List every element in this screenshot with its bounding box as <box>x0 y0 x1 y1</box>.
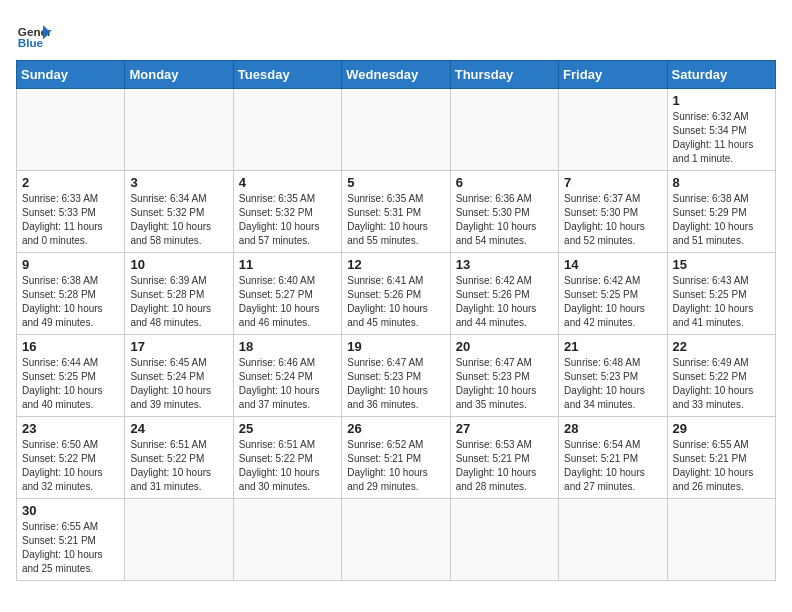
day-info: Sunrise: 6:45 AM Sunset: 5:24 PM Dayligh… <box>130 356 227 412</box>
calendar-week-row: 30Sunrise: 6:55 AM Sunset: 5:21 PM Dayli… <box>17 499 776 581</box>
calendar-cell: 25Sunrise: 6:51 AM Sunset: 5:22 PM Dayli… <box>233 417 341 499</box>
day-info: Sunrise: 6:37 AM Sunset: 5:30 PM Dayligh… <box>564 192 661 248</box>
day-number: 19 <box>347 339 444 354</box>
day-number: 16 <box>22 339 119 354</box>
day-info: Sunrise: 6:33 AM Sunset: 5:33 PM Dayligh… <box>22 192 119 248</box>
day-number: 12 <box>347 257 444 272</box>
weekday-header-wednesday: Wednesday <box>342 61 450 89</box>
calendar-cell <box>233 89 341 171</box>
weekday-header-monday: Monday <box>125 61 233 89</box>
header: General Blue <box>16 16 776 52</box>
calendar-cell <box>17 89 125 171</box>
day-info: Sunrise: 6:51 AM Sunset: 5:22 PM Dayligh… <box>130 438 227 494</box>
day-number: 25 <box>239 421 336 436</box>
calendar-cell: 4Sunrise: 6:35 AM Sunset: 5:32 PM Daylig… <box>233 171 341 253</box>
logo-icon: General Blue <box>16 16 52 52</box>
calendar-cell: 22Sunrise: 6:49 AM Sunset: 5:22 PM Dayli… <box>667 335 775 417</box>
calendar-cell <box>559 499 667 581</box>
day-number: 17 <box>130 339 227 354</box>
day-number: 27 <box>456 421 553 436</box>
day-number: 13 <box>456 257 553 272</box>
day-info: Sunrise: 6:42 AM Sunset: 5:26 PM Dayligh… <box>456 274 553 330</box>
calendar-cell: 13Sunrise: 6:42 AM Sunset: 5:26 PM Dayli… <box>450 253 558 335</box>
day-number: 3 <box>130 175 227 190</box>
calendar-cell: 21Sunrise: 6:48 AM Sunset: 5:23 PM Dayli… <box>559 335 667 417</box>
calendar-cell: 24Sunrise: 6:51 AM Sunset: 5:22 PM Dayli… <box>125 417 233 499</box>
calendar-cell: 10Sunrise: 6:39 AM Sunset: 5:28 PM Dayli… <box>125 253 233 335</box>
calendar-cell: 16Sunrise: 6:44 AM Sunset: 5:25 PM Dayli… <box>17 335 125 417</box>
day-number: 4 <box>239 175 336 190</box>
calendar-cell: 19Sunrise: 6:47 AM Sunset: 5:23 PM Dayli… <box>342 335 450 417</box>
day-info: Sunrise: 6:46 AM Sunset: 5:24 PM Dayligh… <box>239 356 336 412</box>
day-number: 24 <box>130 421 227 436</box>
day-info: Sunrise: 6:48 AM Sunset: 5:23 PM Dayligh… <box>564 356 661 412</box>
calendar-cell: 17Sunrise: 6:45 AM Sunset: 5:24 PM Dayli… <box>125 335 233 417</box>
day-info: Sunrise: 6:41 AM Sunset: 5:26 PM Dayligh… <box>347 274 444 330</box>
day-info: Sunrise: 6:40 AM Sunset: 5:27 PM Dayligh… <box>239 274 336 330</box>
calendar-week-row: 2Sunrise: 6:33 AM Sunset: 5:33 PM Daylig… <box>17 171 776 253</box>
day-number: 26 <box>347 421 444 436</box>
weekday-header-row: SundayMondayTuesdayWednesdayThursdayFrid… <box>17 61 776 89</box>
day-number: 18 <box>239 339 336 354</box>
day-info: Sunrise: 6:43 AM Sunset: 5:25 PM Dayligh… <box>673 274 770 330</box>
calendar-cell: 14Sunrise: 6:42 AM Sunset: 5:25 PM Dayli… <box>559 253 667 335</box>
calendar-cell: 7Sunrise: 6:37 AM Sunset: 5:30 PM Daylig… <box>559 171 667 253</box>
calendar-week-row: 23Sunrise: 6:50 AM Sunset: 5:22 PM Dayli… <box>17 417 776 499</box>
calendar-cell <box>342 499 450 581</box>
day-info: Sunrise: 6:51 AM Sunset: 5:22 PM Dayligh… <box>239 438 336 494</box>
day-info: Sunrise: 6:47 AM Sunset: 5:23 PM Dayligh… <box>456 356 553 412</box>
day-number: 14 <box>564 257 661 272</box>
day-number: 30 <box>22 503 119 518</box>
calendar-cell: 18Sunrise: 6:46 AM Sunset: 5:24 PM Dayli… <box>233 335 341 417</box>
svg-text:Blue: Blue <box>18 36 44 49</box>
day-number: 1 <box>673 93 770 108</box>
day-info: Sunrise: 6:53 AM Sunset: 5:21 PM Dayligh… <box>456 438 553 494</box>
day-number: 23 <box>22 421 119 436</box>
day-number: 9 <box>22 257 119 272</box>
day-number: 11 <box>239 257 336 272</box>
day-info: Sunrise: 6:44 AM Sunset: 5:25 PM Dayligh… <box>22 356 119 412</box>
calendar-cell: 6Sunrise: 6:36 AM Sunset: 5:30 PM Daylig… <box>450 171 558 253</box>
calendar-cell: 2Sunrise: 6:33 AM Sunset: 5:33 PM Daylig… <box>17 171 125 253</box>
calendar-cell <box>125 89 233 171</box>
weekday-header-friday: Friday <box>559 61 667 89</box>
day-number: 10 <box>130 257 227 272</box>
calendar-cell: 8Sunrise: 6:38 AM Sunset: 5:29 PM Daylig… <box>667 171 775 253</box>
calendar-week-row: 1Sunrise: 6:32 AM Sunset: 5:34 PM Daylig… <box>17 89 776 171</box>
day-info: Sunrise: 6:35 AM Sunset: 5:31 PM Dayligh… <box>347 192 444 248</box>
calendar-cell: 12Sunrise: 6:41 AM Sunset: 5:26 PM Dayli… <box>342 253 450 335</box>
calendar-cell <box>125 499 233 581</box>
calendar-cell: 30Sunrise: 6:55 AM Sunset: 5:21 PM Dayli… <box>17 499 125 581</box>
weekday-header-saturday: Saturday <box>667 61 775 89</box>
day-number: 21 <box>564 339 661 354</box>
day-info: Sunrise: 6:50 AM Sunset: 5:22 PM Dayligh… <box>22 438 119 494</box>
day-info: Sunrise: 6:54 AM Sunset: 5:21 PM Dayligh… <box>564 438 661 494</box>
calendar-cell <box>667 499 775 581</box>
day-number: 2 <box>22 175 119 190</box>
calendar-cell: 23Sunrise: 6:50 AM Sunset: 5:22 PM Dayli… <box>17 417 125 499</box>
day-info: Sunrise: 6:49 AM Sunset: 5:22 PM Dayligh… <box>673 356 770 412</box>
calendar-week-row: 9Sunrise: 6:38 AM Sunset: 5:28 PM Daylig… <box>17 253 776 335</box>
day-number: 5 <box>347 175 444 190</box>
day-info: Sunrise: 6:38 AM Sunset: 5:29 PM Dayligh… <box>673 192 770 248</box>
calendar-cell: 9Sunrise: 6:38 AM Sunset: 5:28 PM Daylig… <box>17 253 125 335</box>
weekday-header-thursday: Thursday <box>450 61 558 89</box>
calendar-cell: 5Sunrise: 6:35 AM Sunset: 5:31 PM Daylig… <box>342 171 450 253</box>
calendar-cell: 20Sunrise: 6:47 AM Sunset: 5:23 PM Dayli… <box>450 335 558 417</box>
day-info: Sunrise: 6:35 AM Sunset: 5:32 PM Dayligh… <box>239 192 336 248</box>
calendar-week-row: 16Sunrise: 6:44 AM Sunset: 5:25 PM Dayli… <box>17 335 776 417</box>
day-info: Sunrise: 6:36 AM Sunset: 5:30 PM Dayligh… <box>456 192 553 248</box>
day-info: Sunrise: 6:52 AM Sunset: 5:21 PM Dayligh… <box>347 438 444 494</box>
day-number: 29 <box>673 421 770 436</box>
calendar-cell: 26Sunrise: 6:52 AM Sunset: 5:21 PM Dayli… <box>342 417 450 499</box>
weekday-header-sunday: Sunday <box>17 61 125 89</box>
calendar-cell <box>233 499 341 581</box>
day-number: 20 <box>456 339 553 354</box>
day-number: 15 <box>673 257 770 272</box>
day-number: 22 <box>673 339 770 354</box>
calendar-cell: 15Sunrise: 6:43 AM Sunset: 5:25 PM Dayli… <box>667 253 775 335</box>
calendar-cell: 11Sunrise: 6:40 AM Sunset: 5:27 PM Dayli… <box>233 253 341 335</box>
day-info: Sunrise: 6:55 AM Sunset: 5:21 PM Dayligh… <box>22 520 119 576</box>
day-number: 7 <box>564 175 661 190</box>
day-number: 6 <box>456 175 553 190</box>
